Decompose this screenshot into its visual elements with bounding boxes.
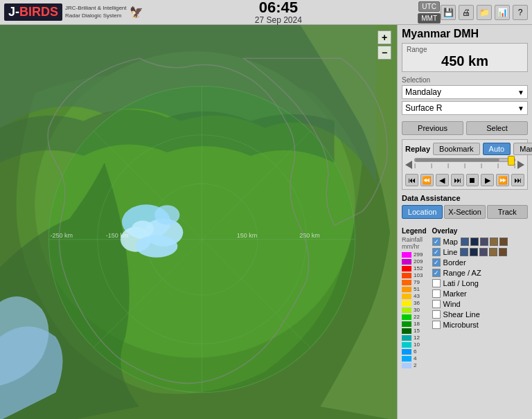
overlay-item-label: Shear Line	[443, 310, 480, 319]
help-icon[interactable]: ?	[513, 5, 528, 20]
replay-auto-tab[interactable]: Auto	[483, 143, 511, 155]
map-area[interactable]: -250 km -150 km 150 km 250 km + −	[0, 25, 397, 419]
svg-point-14	[132, 220, 154, 237]
range-label: Range	[407, 46, 523, 53]
replay-skip-end[interactable]: ⏭	[511, 174, 524, 186]
color-swatch[interactable]	[499, 238, 508, 246]
legend-row: 12	[402, 335, 427, 341]
legend-value: 152	[414, 265, 423, 271]
dropdown-arrow-1: ▼	[517, 89, 524, 96]
utc-button[interactable]: UTC	[418, 1, 440, 12]
header-toolbar: 💾 🖨 📁 📊 ?	[441, 5, 528, 20]
overlay-title: Overlay	[432, 227, 528, 235]
da-tab-xsection[interactable]: X-Section	[444, 205, 485, 219]
overlay-item-label: Marker	[443, 289, 467, 298]
overlay-checkbox-map[interactable]: ✓	[432, 238, 441, 246]
overlay-row: ✓Map	[432, 238, 528, 246]
overlay-checkbox-microburst[interactable]	[432, 321, 441, 329]
replay-rewind[interactable]: ⏪	[420, 174, 434, 186]
legend-value: 22	[414, 314, 420, 320]
overlay-checkbox-range---az[interactable]: ✓	[432, 269, 441, 277]
legend-scale: 29920915210379514336302218151210642	[402, 251, 427, 368]
legend-value: 299	[414, 251, 423, 258]
print-icon[interactable]: 🖨	[459, 5, 474, 20]
current-time: 06:45	[259, 0, 298, 15]
legend-value: 209	[414, 258, 423, 265]
overlay-checkbox-border[interactable]: ✓	[432, 258, 441, 267]
replay-stop[interactable]: ⏹	[466, 174, 479, 186]
replay-bookmark-tab[interactable]: Bookmark	[433, 143, 480, 155]
legend-row: 209	[402, 258, 427, 265]
overlay-row: ✓Border	[432, 258, 528, 267]
da-tab-track[interactable]: Track	[487, 205, 528, 219]
replay-controls: ⏮ ⏪ ◀ ⏭ ⏹ ▶ ⏩ ⏭	[405, 174, 524, 186]
replay-goto-end[interactable]: ⏭	[451, 174, 464, 186]
legend-color-swatch	[402, 349, 411, 355]
main-area: -250 km -150 km 150 km 250 km + − Myanma…	[0, 25, 532, 419]
zoom-out-button[interactable]: −	[378, 46, 391, 60]
legend-row: 10	[402, 341, 427, 348]
overlay-checkbox-shear-line[interactable]	[432, 310, 441, 319]
legend-row: 4	[402, 355, 427, 362]
color-swatch[interactable]	[499, 248, 507, 256]
replay-manual-tab[interactable]: Manual	[513, 143, 532, 155]
legend-color-swatch	[402, 266, 411, 271]
legend-color-swatch	[402, 342, 411, 348]
logo-area: J-BIRDS JRC-Brilliant & Intelligent Rada…	[4, 3, 143, 21]
previous-button[interactable]: Previous	[402, 121, 463, 135]
selection-dropdown-1[interactable]: Mandalay ▼	[402, 85, 528, 99]
legend-subtitle: Rainfallmm/hr	[402, 236, 427, 250]
replay-slider-track[interactable]: | | | | | | |	[414, 158, 515, 171]
color-swatch[interactable]	[470, 248, 478, 256]
svg-text:150 km: 150 km	[237, 232, 258, 239]
replay-forward[interactable]: ⏩	[496, 174, 509, 186]
legend-color-swatch	[402, 307, 411, 313]
replay-prev-frame[interactable]: ◀	[436, 174, 449, 186]
color-swatch[interactable]	[479, 248, 488, 256]
da-tab-location[interactable]: Location	[402, 205, 443, 219]
color-swatch[interactable]	[489, 248, 497, 256]
timezone-selector[interactable]: UTC MMT	[418, 1, 441, 24]
station-name: Myanmar DMH	[402, 28, 528, 40]
legend-color-swatch	[402, 314, 411, 320]
svg-point-13	[154, 205, 179, 224]
tick-1: |	[414, 162, 416, 168]
slider-left-arrow	[405, 161, 412, 169]
overlay-item-label: Wind	[443, 300, 461, 308]
color-swatch[interactable]	[461, 238, 469, 246]
legend-value: 2	[414, 362, 416, 368]
legend-row: 43	[402, 293, 427, 299]
folder-icon[interactable]: 📁	[477, 5, 492, 20]
overlay-item-label: Microburst	[443, 321, 479, 329]
color-swatch[interactable]	[480, 238, 488, 246]
color-swatch[interactable]	[490, 238, 498, 246]
zoom-in-button[interactable]: +	[378, 30, 391, 44]
selection-dropdown-2[interactable]: Surface R ▼	[402, 101, 528, 115]
replay-skip-start[interactable]: ⏮	[405, 174, 418, 186]
tick-6: |	[497, 162, 499, 168]
range-value: 450 km	[407, 53, 523, 69]
select-button[interactable]: Select	[466, 121, 528, 135]
svg-point-12	[136, 235, 177, 258]
logo: J-BIRDS	[4, 3, 62, 21]
legend-value: 30	[414, 307, 420, 313]
overlay-item-label: Map	[443, 238, 458, 246]
save-icon[interactable]: 💾	[441, 5, 456, 20]
color-swatch[interactable]	[470, 238, 479, 246]
overlay-checkbox-line[interactable]: ✓	[432, 248, 441, 256]
overlay-checkbox-lati---long[interactable]	[432, 279, 441, 287]
slider-thumb[interactable]	[508, 156, 515, 166]
overlay-checkbox-wind[interactable]	[432, 300, 441, 308]
replay-next-frame[interactable]: ▶	[481, 174, 494, 186]
legend-value: 10	[414, 341, 420, 348]
mmt-button[interactable]: MMT	[418, 13, 441, 24]
logo-j: J-	[8, 5, 19, 19]
legend-color-swatch	[402, 328, 411, 334]
range-section: Range 450 km	[402, 43, 528, 72]
legend-row: 30	[402, 307, 427, 313]
overlay-checkbox-marker[interactable]	[432, 289, 441, 298]
color-swatch[interactable]	[460, 248, 468, 256]
legend-color-swatch	[402, 301, 411, 306]
chart-icon[interactable]: 📊	[495, 5, 510, 20]
legend-value: 79	[414, 279, 420, 285]
